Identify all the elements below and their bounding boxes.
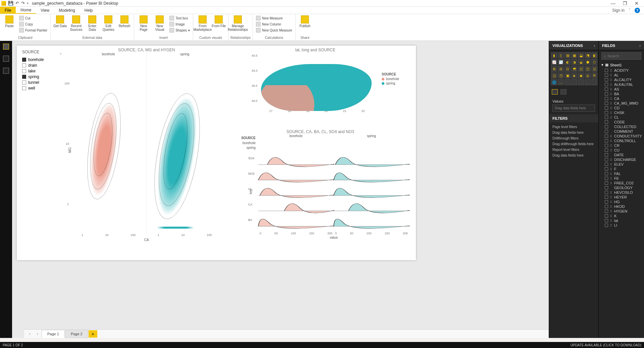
new-visual-button[interactable]: New Visual xyxy=(152,15,167,32)
text-box-button[interactable]: Text box xyxy=(168,15,191,21)
chevron-down-icon[interactable]: ⌄ xyxy=(59,51,62,55)
update-available-link[interactable]: UPDATE AVAILABLE (CLICK TO DOWNLOAD) xyxy=(571,343,641,347)
visual-type-22[interactable]: ◳ xyxy=(558,72,564,78)
visual-type-33[interactable] xyxy=(585,79,591,85)
visual-type-26[interactable]: ◎ xyxy=(585,72,591,78)
field-COMMENT[interactable]: COMMENT xyxy=(601,129,642,134)
field-CA[interactable]: ΣCA xyxy=(601,96,642,101)
menu-help[interactable]: Help xyxy=(80,7,98,14)
visual-type-32[interactable] xyxy=(578,79,584,85)
field-DISCHARGE[interactable]: ΣDISCHARGE xyxy=(601,157,642,162)
field-lat[interactable]: Σlat xyxy=(601,218,642,223)
field-HEVCISLO[interactable]: ΣHEVCISLO xyxy=(601,190,642,195)
paste-button[interactable]: Paste xyxy=(2,15,17,28)
visual-type-20[interactable]: ◱ xyxy=(591,66,597,72)
field-FAL[interactable]: ΣFAL xyxy=(601,171,642,176)
slicer-item-borehole[interactable]: borehole xyxy=(22,57,62,62)
new-quick-measure-button[interactable]: New Quick Measure xyxy=(255,27,293,33)
collapse-panel-icon[interactable]: › xyxy=(639,44,641,48)
field-HEYER[interactable]: ΣHEYER xyxy=(601,195,642,199)
edit-queries-button[interactable]: Edit Queries xyxy=(101,15,116,32)
visual-type-34[interactable] xyxy=(591,79,597,85)
field-ALCALITY[interactable]: ΣALCALITY xyxy=(601,77,642,82)
enter-data-button[interactable]: Enter Data xyxy=(85,15,100,32)
new-page-button[interactable]: New Page xyxy=(136,15,151,32)
field-AS[interactable]: ΣAS xyxy=(601,87,642,92)
page-tab-1[interactable]: Page 1 xyxy=(42,330,65,338)
field-CU[interactable]: ΣCU xyxy=(601,148,642,153)
expand-icon[interactable]: ▾ xyxy=(601,63,603,67)
new-column-button[interactable]: New Column xyxy=(255,21,293,27)
menu-modeling[interactable]: Modeling xyxy=(54,7,80,14)
field-CR[interactable]: ΣCR xyxy=(601,143,642,148)
visual-type-29[interactable]: … xyxy=(558,79,564,85)
field-COLLECTED[interactable]: COLLECTED xyxy=(601,124,642,129)
visual-type-19[interactable]: ◰ xyxy=(585,66,591,72)
report-view-button[interactable] xyxy=(3,44,9,50)
field-HG[interactable]: ΣHG xyxy=(601,199,642,204)
visual-type-25[interactable]: ◉ xyxy=(578,72,584,78)
visual-type-13[interactable]: ⬡ xyxy=(591,59,597,65)
visual-type-14[interactable]: ⊞ xyxy=(551,66,557,72)
minimize-button[interactable]: — xyxy=(611,1,615,6)
fields-search[interactable]: ⌕ xyxy=(601,52,641,60)
drillthrough-filters-drop[interactable]: Drag drillthrough fields here xyxy=(552,142,595,146)
table-node[interactable]: ▾▦Sheet1 xyxy=(601,62,642,68)
manage-relationships-button[interactable]: Manage Relationships xyxy=(230,15,245,32)
visual-type-28[interactable]: 🌐 xyxy=(551,79,557,85)
map-scatter-visual[interactable]: lat, long and SOURCE 49.5 49.0 48.5 48.0… xyxy=(231,48,399,118)
undo-icon[interactable]: ↶ xyxy=(15,1,19,6)
from-file-button[interactable]: From File xyxy=(211,15,226,28)
help-icon[interactable]: ? xyxy=(635,8,640,13)
sign-in-link[interactable]: Sign in xyxy=(612,8,625,13)
visual-type-0[interactable]: ▮ xyxy=(551,52,557,58)
field-HYGEN[interactable]: ΣHYGEN xyxy=(601,209,642,214)
visual-type-18[interactable]: ◫ xyxy=(578,66,584,72)
visual-type-11[interactable]: ◒ xyxy=(578,59,584,65)
visual-type-17[interactable]: ⬒ xyxy=(571,66,577,72)
get-data-button[interactable]: Get Data xyxy=(53,15,67,28)
field-CA_MG_MMO[interactable]: ΣCA_MG_MMO xyxy=(601,101,642,106)
refresh-button[interactable]: Refresh xyxy=(117,15,132,28)
page-filters-drop[interactable]: Drag data fields here xyxy=(552,131,595,134)
page-tab-2[interactable]: Page 2 xyxy=(65,330,88,338)
field-LI[interactable]: ΣLI xyxy=(601,223,642,228)
add-page-button[interactable]: + xyxy=(89,330,97,338)
visual-type-24[interactable]: ◈ xyxy=(571,72,577,78)
image-button[interactable]: Image xyxy=(168,21,191,27)
field-F[interactable]: ΣF xyxy=(601,167,642,171)
slicer-item-well[interactable]: well xyxy=(22,86,62,91)
data-view-button[interactable] xyxy=(3,56,9,62)
visual-type-6[interactable]: ◧ xyxy=(591,52,597,58)
next-page-button[interactable]: › xyxy=(34,332,41,336)
visual-type-5[interactable]: ⬔ xyxy=(585,52,591,58)
visual-type-16[interactable]: ⊡ xyxy=(565,66,571,72)
field-CL[interactable]: ΣCL xyxy=(601,115,642,120)
fields-well-tab[interactable] xyxy=(552,89,558,95)
model-view-button[interactable] xyxy=(3,68,9,74)
visual-type-8[interactable]: 📉 xyxy=(558,59,564,65)
report-page[interactable]: SOURCE ⌄ boreholedrainlakespringtunnelwe… xyxy=(17,46,416,260)
field-AL[interactable]: ΣAL xyxy=(601,73,642,77)
field-ELEV[interactable]: ΣELEV xyxy=(601,162,642,167)
visual-type-9[interactable]: ◐ xyxy=(565,59,571,65)
visual-type-30[interactable] xyxy=(565,79,571,85)
visual-type-31[interactable] xyxy=(571,79,577,85)
ridge-density-visual[interactable]: SOURCE, CA, BA, CL, SO4 and NO3 SOURCE b… xyxy=(231,129,409,250)
field-BA[interactable]: ΣBA xyxy=(601,92,642,96)
fields-search-input[interactable] xyxy=(607,54,639,58)
field-FE[interactable]: ΣFE xyxy=(601,176,642,181)
from-marketplace-button[interactable]: From Marketplace xyxy=(195,15,210,32)
report-filters-drop[interactable]: Drag data fields here xyxy=(552,154,595,157)
close-button[interactable]: ✕ xyxy=(635,1,639,6)
field-GEOLOGY[interactable]: GEOLOGY xyxy=(601,185,642,190)
visual-type-23[interactable]: ▣ xyxy=(565,72,571,78)
visual-type-4[interactable]: ⬓ xyxy=(578,52,584,58)
menu-view[interactable]: View xyxy=(36,7,54,14)
qat-customize-icon[interactable]: ▾ xyxy=(27,1,29,5)
cut-button[interactable]: Cut xyxy=(18,15,48,21)
visual-type-7[interactable]: 📈 xyxy=(551,59,557,65)
visual-type-3[interactable]: ▦ xyxy=(571,52,577,58)
field-CONLTROLL[interactable]: ΣCONLTROLL xyxy=(601,138,642,143)
field-ALKALITAL[interactable]: ΣALKALITAL xyxy=(601,82,642,87)
